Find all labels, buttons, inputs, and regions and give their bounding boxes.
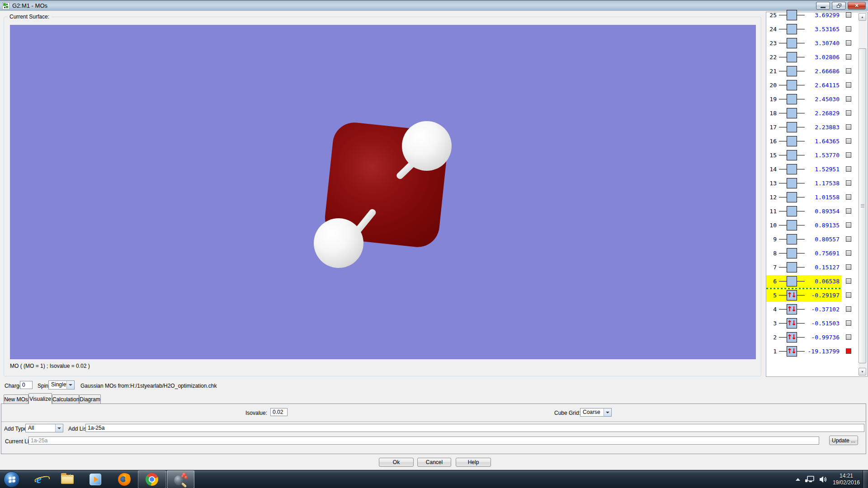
taskbar-firefox[interactable]: [114, 470, 134, 488]
mo-orbital-box[interactable]: [787, 234, 797, 244]
mo-row-3[interactable]: 3↑↓-0.51503: [766, 316, 857, 330]
mo-row-14[interactable]: 141.52951: [766, 162, 857, 176]
mo-row-6[interactable]: 60.06538: [766, 274, 857, 288]
mo-visible-checkbox[interactable]: [846, 54, 851, 60]
tab-visualize[interactable]: Visualize: [28, 393, 52, 404]
clock[interactable]: 14:21 19/02/2016: [833, 473, 862, 486]
mo-orbital-box[interactable]: [787, 262, 797, 272]
show-desktop-button[interactable]: [863, 470, 868, 488]
mo-visible-checkbox[interactable]: [846, 320, 851, 326]
mo-row-5[interactable]: 5↑↓-0.29197: [766, 288, 857, 302]
scrollbar-thumb[interactable]: [859, 48, 866, 363]
isovalue-input[interactable]: [270, 408, 288, 416]
mo-row-22[interactable]: 223.02806: [766, 50, 857, 64]
network-icon[interactable]: [805, 476, 815, 483]
mo-orbital-box[interactable]: [787, 80, 797, 90]
mo-row-9[interactable]: 90.80557: [766, 232, 857, 246]
mo-orbital-box[interactable]: [787, 10, 797, 20]
mo-orbital-box[interactable]: [787, 178, 797, 188]
mo-visible-checkbox[interactable]: [846, 236, 851, 242]
mo-visible-checkbox[interactable]: [846, 110, 851, 116]
mo-visible-checkbox[interactable]: [846, 124, 851, 130]
taskbar-media-player[interactable]: [85, 470, 105, 488]
mo-orbital-box[interactable]: [787, 94, 797, 104]
mo-visible-checkbox[interactable]: [846, 306, 851, 312]
mo-row-23[interactable]: 233.30740: [766, 36, 857, 50]
taskbar-internet-explorer[interactable]: e: [29, 470, 49, 488]
mo-row-4[interactable]: 4↑↓-0.37102: [766, 302, 857, 316]
mo-visible-checkbox[interactable]: [846, 138, 851, 144]
mo-row-11[interactable]: 110.89354: [766, 204, 857, 218]
mo-visible-checkbox[interactable]: [846, 278, 851, 284]
mo-visible-checkbox[interactable]: [846, 292, 851, 298]
mo-orbital-box[interactable]: [787, 150, 797, 160]
spin-dropdown[interactable]: Singlet: [48, 380, 75, 389]
taskbar-chrome[interactable]: [138, 470, 166, 488]
mo-visible-checkbox[interactable]: [846, 166, 851, 172]
mo-visible-checkbox[interactable]: [846, 180, 851, 186]
mo-row-18[interactable]: 182.26829: [766, 106, 857, 120]
tab-new-mos[interactable]: New MOs: [4, 394, 28, 404]
current-list-input[interactable]: [28, 436, 819, 445]
mo-visible-checkbox[interactable]: [846, 264, 851, 270]
mo-row-15[interactable]: 151.53770: [766, 148, 857, 162]
add-type-dropdown[interactable]: All: [25, 424, 63, 432]
mo-visible-checkbox[interactable]: [846, 152, 851, 158]
add-type-dropdown-arrow-icon[interactable]: [55, 424, 63, 432]
scroll-down-button[interactable]: ▼: [859, 368, 866, 375]
ok-button[interactable]: Ok: [379, 458, 414, 467]
mo-row-20[interactable]: 202.64115: [766, 78, 857, 92]
spin-dropdown-arrow-icon[interactable]: [66, 381, 74, 389]
mo-orbital-box[interactable]: [787, 38, 797, 48]
mo-orbital-box[interactable]: ↑↓: [787, 304, 797, 314]
mo-row-12[interactable]: 121.01558: [766, 190, 857, 204]
mo-visible-checkbox[interactable]: [846, 26, 851, 32]
cube-grid-dropdown-arrow-icon[interactable]: [604, 408, 611, 416]
mo-row-7[interactable]: 70.15127: [766, 260, 857, 274]
cube-grid-dropdown[interactable]: Coarse: [580, 408, 612, 417]
taskbar-gaussview[interactable]: [167, 470, 194, 488]
mo-orbital-box[interactable]: [787, 192, 797, 202]
mo-orbital-box[interactable]: [787, 52, 797, 62]
mo-visible-checkbox[interactable]: [846, 250, 851, 256]
hidden-icons-chevron[interactable]: [796, 478, 800, 481]
mo-visible-checkbox[interactable]: [846, 68, 851, 74]
mo-row-24[interactable]: 243.53165: [766, 22, 857, 36]
volume-icon[interactable]: [819, 476, 828, 483]
mo-orbital-box[interactable]: ↑↓: [787, 318, 797, 328]
mo-orbital-box[interactable]: [787, 136, 797, 146]
mo-row-21[interactable]: 212.66686: [766, 64, 857, 78]
titlebar[interactable]: G2:M1 - MOs ✕: [0, 0, 868, 11]
mo-visible-checkbox[interactable]: [846, 82, 851, 88]
mo-orbital-box[interactable]: ↑↓: [787, 290, 797, 300]
mo-row-8[interactable]: 80.75691: [766, 246, 857, 260]
mo-list-scrollbar[interactable]: ▲ ▼: [859, 13, 866, 375]
mo-row-19[interactable]: 192.45030: [766, 92, 857, 106]
mo-orbital-box[interactable]: [787, 122, 797, 132]
cancel-button[interactable]: Cancel: [417, 458, 451, 467]
mo-row-25[interactable]: 253.69299: [766, 8, 857, 22]
mo-orbital-box[interactable]: [787, 24, 797, 34]
mo-visible-checkbox[interactable]: [846, 348, 851, 354]
add-list-input[interactable]: [85, 424, 864, 432]
mo-visible-checkbox[interactable]: [846, 208, 851, 214]
help-button[interactable]: Help: [456, 458, 491, 467]
mo-orbital-box[interactable]: [787, 164, 797, 174]
mo-row-13[interactable]: 131.17538: [766, 176, 857, 190]
taskbar-windows-explorer[interactable]: [57, 470, 77, 488]
mo-visible-checkbox[interactable]: [846, 334, 851, 340]
scroll-up-button[interactable]: ▲: [859, 13, 866, 21]
molecule-viewport[interactable]: [10, 25, 756, 359]
mo-orbital-box[interactable]: [787, 206, 797, 216]
mo-orbital-box[interactable]: [787, 66, 797, 76]
mo-row-10[interactable]: 100.89135: [766, 218, 857, 232]
update-button[interactable]: Update ...: [829, 436, 858, 445]
mo-orbital-box[interactable]: [787, 108, 797, 118]
mo-visible-checkbox[interactable]: [846, 96, 851, 102]
tab-diagram[interactable]: Diagram: [79, 394, 101, 404]
mo-orbital-box[interactable]: ↑↓: [787, 332, 797, 343]
charge-input[interactable]: [20, 381, 33, 389]
mo-visible-checkbox[interactable]: [846, 222, 851, 228]
mo-row-16[interactable]: 161.64365: [766, 134, 857, 148]
mo-row-17[interactable]: 172.23883: [766, 120, 857, 134]
